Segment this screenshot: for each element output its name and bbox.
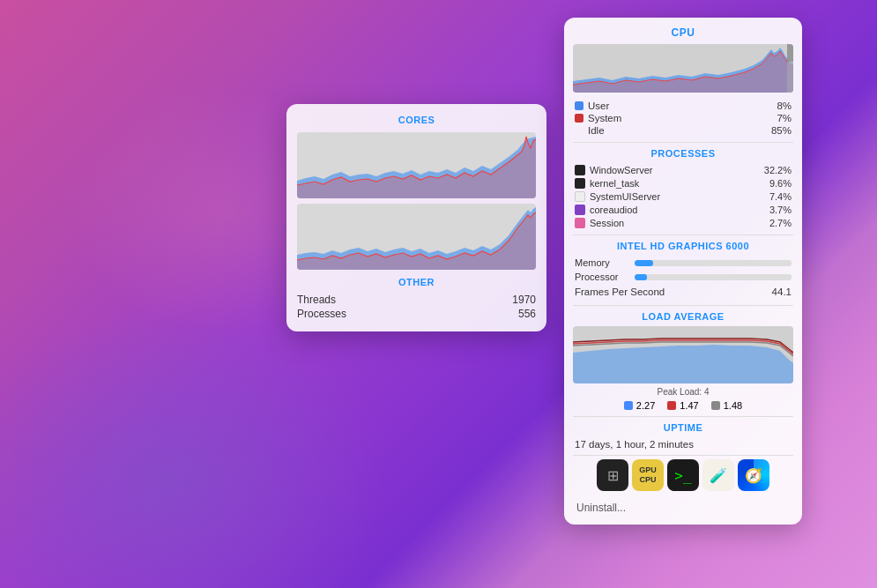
load-dot-1 <box>667 401 676 410</box>
processes-label: Processes <box>297 308 346 320</box>
threads-row: Threads 1970 <box>297 293 536 307</box>
cores-widget: CORES OTHER Threads 1970 Processes 556 <box>286 104 546 331</box>
cpu-user-row: User 8% <box>573 100 793 112</box>
bg-blob-1 <box>0 306 388 588</box>
gpu-title: INTEL HD GRAPHICS 6000 <box>573 241 793 251</box>
cpu-system-row: System 7% <box>573 112 793 124</box>
load-legend: 2.27 1.47 1.48 <box>573 400 793 411</box>
process-value-1: 9.6% <box>769 178 792 189</box>
threads-label: Threads <box>297 294 336 306</box>
system-label: System <box>588 113 621 123</box>
core2-graph <box>297 204 536 270</box>
load-legend-2: 1.48 <box>711 400 742 411</box>
load-svg <box>573 326 793 383</box>
svg-marker-5 <box>573 51 793 93</box>
load-value-2: 1.48 <box>724 400 742 411</box>
process-value-4: 2.7% <box>769 218 792 228</box>
process-row-0: WindowServer 32.2% <box>573 163 793 176</box>
processes-value: 556 <box>518 308 536 320</box>
load-dot-2 <box>711 401 720 410</box>
uptime-title: UPTIME <box>573 422 793 433</box>
processor-bar-fill <box>635 274 647 280</box>
memory-bar-fill <box>635 260 653 266</box>
flask-icon[interactable]: 🧪 <box>702 459 734 491</box>
load-legend-0: 2.27 <box>624 400 655 411</box>
load-value-0: 2.27 <box>636 400 655 411</box>
processes-row: Processes 556 <box>297 307 536 321</box>
process-name-2: SystemUIServer <box>590 191 660 202</box>
memory-bar-row: Memory <box>573 256 793 270</box>
processes-section-title: PROCESSES <box>573 148 793 159</box>
divider-1 <box>573 142 793 143</box>
cpu-widget: CPU User 8% System 7% Idle 85% <box>564 18 802 525</box>
cpu-svg <box>573 44 793 93</box>
dock-row: ⊞ GPUCPU >_ 🧪 🧭 <box>573 455 793 495</box>
cpu-idle-row: Idle 85% <box>573 124 793 137</box>
system-color-dot <box>575 114 583 123</box>
svg-rect-7 <box>787 44 793 62</box>
peak-label: Peak Load: 4 <box>573 387 793 397</box>
process-row-3: coreaudiod 3.7% <box>573 203 793 216</box>
svg-marker-3 <box>297 212 536 270</box>
cpu-title: CPU <box>573 26 793 39</box>
process-name-1: kernel_task <box>590 178 639 189</box>
stats-icon[interactable]: GPUCPU <box>632 459 664 491</box>
processor-label: Processor <box>575 272 628 282</box>
idle-label: Idle <box>588 125 605 136</box>
process-name-0: WindowServer <box>590 165 653 175</box>
process-icon-3 <box>575 205 585 215</box>
core2-svg <box>297 204 536 270</box>
user-value: 8% <box>777 100 792 111</box>
divider-3 <box>573 305 793 306</box>
system-value: 7% <box>777 113 792 123</box>
process-value-2: 7.4% <box>769 191 792 202</box>
divider-4 <box>573 416 793 417</box>
threads-value: 1970 <box>512 294 536 306</box>
safari-icon[interactable]: 🧭 <box>738 459 769 491</box>
idle-value: 85% <box>771 125 792 136</box>
core1-svg <box>297 132 536 198</box>
terminal-icon[interactable]: >_ <box>667 459 699 491</box>
process-icon-1 <box>575 178 585 189</box>
other-title: OTHER <box>297 277 536 287</box>
load-value-1: 1.47 <box>680 400 698 411</box>
activity-monitor-icon[interactable]: ⊞ <box>597 459 628 491</box>
cpu-graph <box>573 44 793 93</box>
user-label: User <box>588 100 609 111</box>
process-icon-0 <box>575 165 585 175</box>
load-graph <box>573 326 793 383</box>
idle-spacer <box>575 126 583 135</box>
processor-bar-track <box>635 274 792 280</box>
svg-marker-8 <box>573 345 793 383</box>
divider-2 <box>573 234 793 235</box>
processor-bar-row: Processor <box>573 270 793 284</box>
process-value-0: 32.2% <box>764 165 792 175</box>
process-row-1: kernel_task 9.6% <box>573 176 793 190</box>
fps-label: Frames Per Second <box>575 287 665 297</box>
process-name-3: coreaudiod <box>590 205 637 215</box>
cores-title: CORES <box>297 115 536 125</box>
process-row-4: Session 2.7% <box>573 216 793 229</box>
memory-label: Memory <box>575 257 628 268</box>
load-title: LOAD AVERAGE <box>573 311 793 322</box>
memory-bar-track <box>635 260 792 266</box>
core1-graph <box>297 132 536 198</box>
fps-value: 44.1 <box>772 287 792 297</box>
fps-row: Frames Per Second 44.1 <box>573 284 793 300</box>
uptime-value: 17 days, 1 hour, 2 minutes <box>573 437 793 455</box>
process-value-3: 3.7% <box>769 205 792 215</box>
process-name-4: Session <box>590 218 624 228</box>
uninstall-link[interactable]: Uninstall... <box>573 500 793 516</box>
user-color-dot <box>575 101 583 110</box>
process-icon-2 <box>575 191 585 202</box>
load-legend-1: 1.47 <box>667 400 698 411</box>
load-dot-0 <box>624 401 633 410</box>
other-section: OTHER Threads 1970 Processes 556 <box>297 277 536 321</box>
process-icon-4 <box>575 218 585 228</box>
process-row-2: SystemUIServer 7.4% <box>573 190 793 203</box>
